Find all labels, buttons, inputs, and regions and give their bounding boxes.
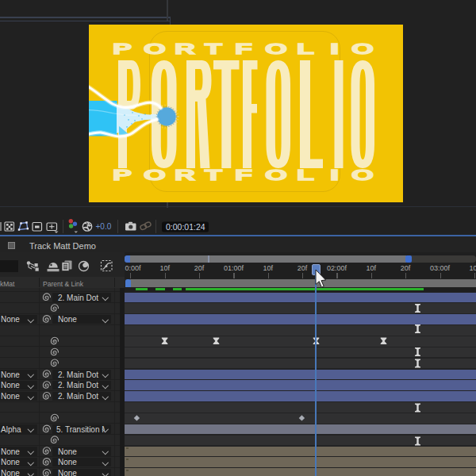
svg-text:+0.0: +0.0 — [96, 222, 112, 231]
svg-text:0:00:01:24: 0:00:01:24 — [166, 222, 205, 232]
